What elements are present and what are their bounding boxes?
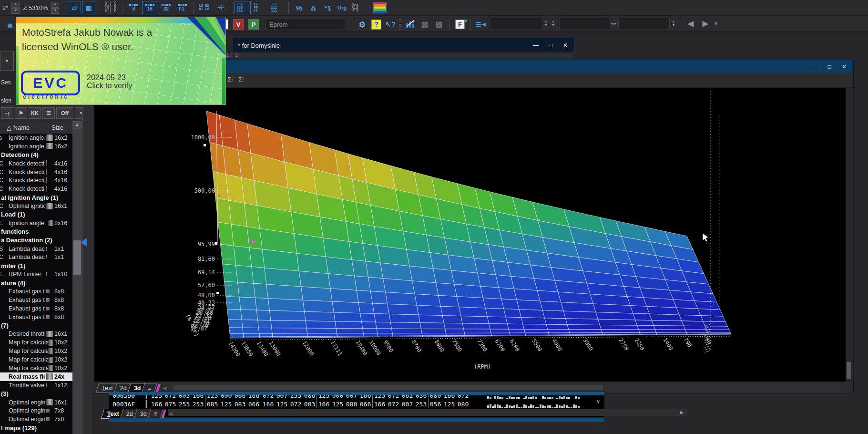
panel-splitter[interactable] — [82, 105, 92, 434]
hex-value[interactable]: 166 — [150, 401, 163, 408]
navigate-dropdown-icon[interactable]: ▼ — [714, 21, 719, 26]
eprom-combo[interactable]: Eprom — [265, 19, 345, 30]
column-name[interactable]: Name — [13, 124, 30, 131]
help-icon[interactable]: ? — [371, 20, 381, 30]
tab-fragment-sessions[interactable]: Ses — [1, 79, 11, 86]
hex-value[interactable]: 072 — [163, 395, 177, 399]
off-button[interactable]: Off — [56, 107, 73, 119]
scroll-up-icon[interactable]: ▲ — [72, 121, 82, 129]
scroll-down-icon[interactable]: ∨ — [596, 398, 600, 404]
map-folders-icon[interactable]: ⌐¡ — [1, 107, 13, 119]
hex-value[interactable]: 125 — [275, 401, 289, 408]
hex-value[interactable]: 166 — [442, 395, 456, 399]
map-list-item[interactable]: ERPM Limiter1x10 — [0, 270, 72, 279]
map-list-item[interactable]: Map for calculat10x2 — [0, 347, 72, 355]
license-verify-link[interactable]: Click to verify — [87, 82, 132, 90]
hex-value[interactable]: 166 — [373, 401, 387, 408]
byte-order-icon[interactable]: LO HIHI LO — [197, 1, 213, 14]
map-list-item[interactable]: COptimal ignitio16x1 — [0, 202, 72, 210]
hex-value[interactable]: 255 — [177, 401, 191, 408]
angle-step-spinner[interactable]: ▲▼ — [11, 2, 20, 14]
hex-value[interactable]: 056 — [429, 401, 442, 408]
list-scroll-icon[interactable]: ☰⇥ — [474, 18, 488, 31]
value-spinner-1[interactable]: ▲▼ — [544, 20, 548, 27]
hex-value[interactable]: 083 — [233, 401, 247, 408]
hex-value[interactable]: 007 — [275, 395, 289, 399]
dump-layout-icon[interactable]: 0|| C|0| D0|| E — [102, 1, 119, 14]
value-spinner-3[interactable]: ▲▼ — [672, 20, 675, 27]
hex-value[interactable]: 072 — [289, 401, 303, 408]
hex-value[interactable]: 080 — [429, 395, 442, 399]
map-list-item[interactable]: Optimal engine16x1 — [0, 398, 72, 407]
map-group-header[interactable]: (7) — [0, 321, 72, 330]
hex-value[interactable]: 072 — [456, 395, 470, 399]
checksum-write-icon[interactable]: ▨ — [432, 18, 446, 31]
checksum-icon[interactable]: ▨ — [418, 18, 431, 31]
hex-value[interactable]: 125 — [442, 401, 456, 408]
navigate-forward-icon[interactable]: ▶ — [702, 19, 708, 29]
map-group-header[interactable]: ature (4) — [0, 279, 72, 287]
org-compare-icon[interactable]: OrgOrg — [349, 1, 366, 14]
map-list-item[interactable]: CKnock detecti4x16 — [0, 185, 72, 193]
value-combo-3[interactable] — [618, 18, 670, 29]
hex-value[interactable]: 166 — [358, 395, 372, 399]
tab-fragment-version[interactable]: sion — [1, 97, 11, 104]
data-width-F1.-button[interactable]: F1. — [174, 1, 190, 14]
factor-one-icon[interactable]: *1 — [321, 1, 334, 14]
hex-value[interactable]: 125 — [317, 395, 331, 399]
scroll-right-icon[interactable]: ▶ — [680, 409, 684, 416]
hex-value[interactable]: 066 — [247, 401, 261, 408]
map-list-item[interactable]: CKnock detecti4x16 — [0, 168, 72, 176]
hex-value[interactable]: 000 — [219, 395, 233, 399]
hex-value[interactable]: 066 — [358, 401, 372, 408]
hex-value[interactable]: 125 — [331, 401, 345, 408]
map-list-item[interactable]: Throttle valve a1x12 — [0, 381, 72, 390]
map-group-header[interactable]: Detection (4) — [0, 151, 72, 159]
sigma-slash-icon[interactable]: Σ/ — [227, 76, 234, 83]
minimize-icon[interactable]: — — [812, 63, 817, 70]
map-list-item[interactable]: SLambda deac1x1 — [0, 245, 72, 253]
map-list-item[interactable]: Map for calculat10x2 — [0, 355, 72, 364]
value-combo-1[interactable] — [490, 18, 542, 29]
close-icon[interactable]: ✕ — [842, 63, 847, 70]
original-icon[interactable]: Org — [335, 1, 348, 14]
flag-icon[interactable]: ⚑ — [15, 107, 27, 119]
scrollbar-thumb[interactable] — [73, 240, 81, 275]
percent-icon[interactable]: % — [292, 1, 306, 14]
map-list-item[interactable]: sIgnition angle16x2 — [0, 134, 72, 142]
hex-value[interactable]: 007 — [400, 401, 414, 408]
hex-value[interactable]: 072 — [387, 395, 400, 399]
hex-value[interactable]: 166 — [317, 401, 331, 408]
maximize-icon[interactable]: □ — [549, 42, 552, 49]
hex-value[interactable]: 075 — [163, 401, 177, 408]
hex-value[interactable]: 253 — [414, 401, 428, 408]
surface-plot-area[interactable]: 1000,00500,0095,9981,6069,1457,6048,0040… — [94, 88, 846, 382]
map-list-item[interactable]: Optimal engine7x8 — [0, 407, 72, 415]
navigate-back-icon[interactable]: ◀ — [687, 19, 694, 29]
view-3d-icon[interactable]: ▥ — [82, 1, 95, 14]
hex-value[interactable]: 125 — [150, 395, 163, 399]
map-group-header[interactable]: (3) — [0, 390, 72, 398]
hex-value[interactable]: 125 — [205, 395, 219, 399]
hex-value[interactable]: 166 — [191, 395, 205, 399]
scrollbar-thumb[interactable] — [174, 385, 603, 390]
hex-value[interactable]: 062 — [400, 395, 414, 399]
minimize-icon[interactable]: — — [533, 42, 539, 49]
map-group-header[interactable]: Load (1) — [0, 210, 72, 219]
hex-row[interactable]: 0003AF1660752552530851250830661661250720… — [109, 400, 604, 408]
collapsed-panel-button[interactable]: ▼ — [0, 52, 14, 71]
map-group-header[interactable]: l maps (129) — [0, 424, 72, 432]
decimal-display-button[interactable]: 255255255 — [235, 1, 251, 14]
hex-value[interactable]: 005 — [177, 395, 191, 399]
map-list-scrollbar[interactable]: ▲ — [72, 121, 82, 434]
export-file-icon[interactable]: F» — [455, 20, 465, 29]
hexdump-horizontal-scrollbar[interactable]: ▶ — [168, 409, 687, 416]
search-settings-icon[interactable]: ⚙ — [356, 18, 369, 31]
scrollbar-thumb[interactable] — [847, 362, 851, 379]
clipped-icon[interactable]: ▣ — [3, 19, 17, 32]
map-group-header[interactable]: functions — [0, 227, 72, 236]
hex-value[interactable]: 255 — [289, 395, 303, 399]
value-spinner-2[interactable]: ▲▼ — [551, 20, 555, 27]
map-list-item[interactable]: Map for calculat10x2 — [0, 364, 72, 372]
map-list-item[interactable]: Exhaust gas ter8x8 — [0, 313, 72, 321]
